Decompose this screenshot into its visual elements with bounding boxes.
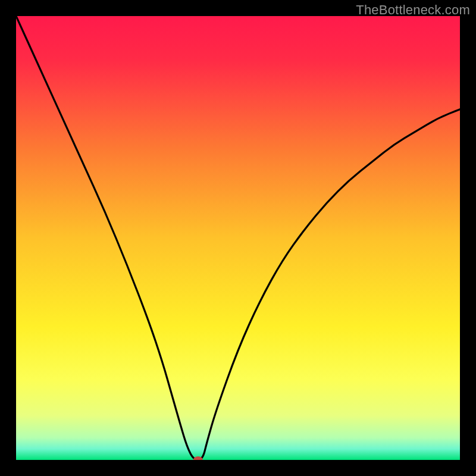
watermark-label: TheBottleneck.com <box>356 2 470 18</box>
gradient-background <box>16 16 460 460</box>
chart-frame: TheBottleneck.com <box>0 0 476 476</box>
chart-canvas <box>16 16 460 460</box>
plot-area <box>16 16 460 460</box>
